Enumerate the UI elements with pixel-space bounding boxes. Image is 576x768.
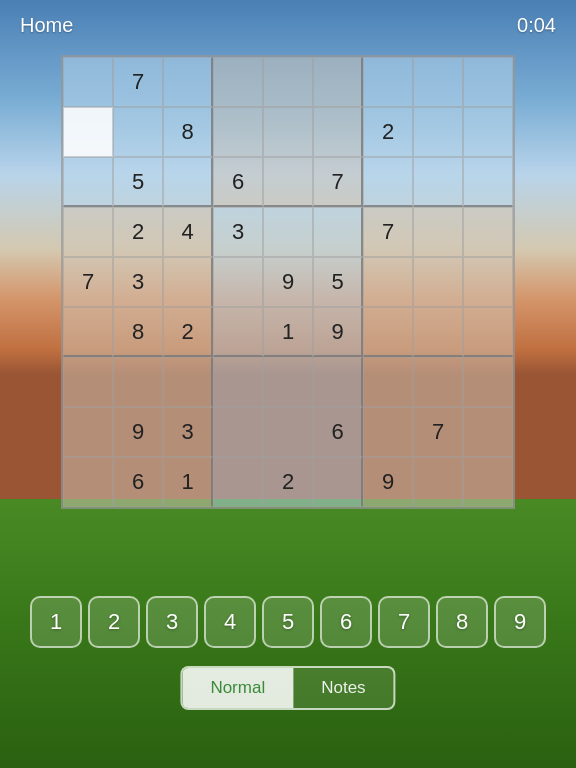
cell-5-7[interactable]	[413, 307, 463, 357]
cell-3-4[interactable]	[263, 207, 313, 257]
cell-8-1[interactable]: 6	[113, 457, 163, 507]
cell-4-3[interactable]	[213, 257, 263, 307]
cell-1-4[interactable]	[263, 107, 313, 157]
cell-1-0[interactable]	[63, 107, 113, 157]
cell-1-2[interactable]: 8	[163, 107, 213, 157]
num-button-7[interactable]: 7	[378, 596, 430, 648]
num-button-5[interactable]: 5	[262, 596, 314, 648]
cell-0-4[interactable]	[263, 57, 313, 107]
cell-0-2[interactable]	[163, 57, 213, 107]
cell-7-7[interactable]: 7	[413, 407, 463, 457]
cell-8-8[interactable]	[463, 457, 513, 507]
cell-5-5[interactable]: 9	[313, 307, 363, 357]
cell-0-3[interactable]	[213, 57, 263, 107]
cell-6-0[interactable]	[63, 357, 113, 407]
cell-2-6[interactable]	[363, 157, 413, 207]
cell-5-6[interactable]	[363, 307, 413, 357]
number-pad: 123456789	[30, 596, 546, 648]
cell-4-0[interactable]: 7	[63, 257, 113, 307]
cell-6-1[interactable]	[113, 357, 163, 407]
cell-7-5[interactable]: 6	[313, 407, 363, 457]
cell-4-8[interactable]	[463, 257, 513, 307]
cell-6-7[interactable]	[413, 357, 463, 407]
status-bar: Home 0:04	[0, 0, 576, 50]
cell-2-7[interactable]	[413, 157, 463, 207]
cell-2-1[interactable]: 5	[113, 157, 163, 207]
timer-display: 0:04	[517, 14, 556, 37]
cell-8-2[interactable]: 1	[163, 457, 213, 507]
cell-6-4[interactable]	[263, 357, 313, 407]
cell-8-6[interactable]: 9	[363, 457, 413, 507]
num-button-2[interactable]: 2	[88, 596, 140, 648]
cell-1-5[interactable]	[313, 107, 363, 157]
cell-0-0[interactable]	[63, 57, 113, 107]
cell-2-0[interactable]	[63, 157, 113, 207]
num-button-6[interactable]: 6	[320, 596, 372, 648]
cell-5-3[interactable]	[213, 307, 263, 357]
normal-mode-button[interactable]: Normal	[182, 668, 293, 708]
cell-6-6[interactable]	[363, 357, 413, 407]
cell-1-3[interactable]	[213, 107, 263, 157]
cell-7-8[interactable]	[463, 407, 513, 457]
cell-4-4[interactable]: 9	[263, 257, 313, 307]
cell-6-2[interactable]	[163, 357, 213, 407]
sudoku-grid: 78256724377395821993676129	[61, 55, 515, 509]
cell-6-5[interactable]	[313, 357, 363, 407]
num-button-3[interactable]: 3	[146, 596, 198, 648]
cell-0-1[interactable]: 7	[113, 57, 163, 107]
cell-0-5[interactable]	[313, 57, 363, 107]
cell-3-0[interactable]	[63, 207, 113, 257]
num-button-4[interactable]: 4	[204, 596, 256, 648]
num-button-8[interactable]: 8	[436, 596, 488, 648]
cell-4-5[interactable]: 5	[313, 257, 363, 307]
cell-5-1[interactable]: 8	[113, 307, 163, 357]
cell-3-1[interactable]: 2	[113, 207, 163, 257]
cell-8-0[interactable]	[63, 457, 113, 507]
cell-1-8[interactable]	[463, 107, 513, 157]
cell-4-7[interactable]	[413, 257, 463, 307]
cell-2-4[interactable]	[263, 157, 313, 207]
cell-3-7[interactable]	[413, 207, 463, 257]
cell-7-6[interactable]	[363, 407, 413, 457]
cell-7-1[interactable]: 9	[113, 407, 163, 457]
cell-2-5[interactable]: 7	[313, 157, 363, 207]
cell-4-6[interactable]	[363, 257, 413, 307]
cell-3-3[interactable]: 3	[213, 207, 263, 257]
cell-5-8[interactable]	[463, 307, 513, 357]
cell-5-4[interactable]: 1	[263, 307, 313, 357]
cell-8-4[interactable]: 2	[263, 457, 313, 507]
cell-7-4[interactable]	[263, 407, 313, 457]
cell-7-3[interactable]	[213, 407, 263, 457]
cell-3-5[interactable]	[313, 207, 363, 257]
cell-7-0[interactable]	[63, 407, 113, 457]
notes-mode-button[interactable]: Notes	[293, 668, 393, 708]
num-button-1[interactable]: 1	[30, 596, 82, 648]
cell-7-2[interactable]: 3	[163, 407, 213, 457]
cell-3-2[interactable]: 4	[163, 207, 213, 257]
cell-1-7[interactable]	[413, 107, 463, 157]
cell-1-1[interactable]	[113, 107, 163, 157]
home-button[interactable]: Home	[20, 14, 73, 37]
cell-4-2[interactable]	[163, 257, 213, 307]
cell-1-6[interactable]: 2	[363, 107, 413, 157]
cell-3-6[interactable]: 7	[363, 207, 413, 257]
cell-0-6[interactable]	[363, 57, 413, 107]
cell-8-7[interactable]	[413, 457, 463, 507]
cell-8-3[interactable]	[213, 457, 263, 507]
cell-6-8[interactable]	[463, 357, 513, 407]
mode-toggle: Normal Notes	[180, 666, 395, 710]
sudoku-grid-container: 78256724377395821993676129	[61, 55, 515, 509]
cell-5-0[interactable]	[63, 307, 113, 357]
cell-6-3[interactable]	[213, 357, 263, 407]
cell-2-8[interactable]	[463, 157, 513, 207]
cell-0-7[interactable]	[413, 57, 463, 107]
cell-2-2[interactable]	[163, 157, 213, 207]
num-button-9[interactable]: 9	[494, 596, 546, 648]
cell-3-8[interactable]	[463, 207, 513, 257]
cell-8-5[interactable]	[313, 457, 363, 507]
cell-5-2[interactable]: 2	[163, 307, 213, 357]
cell-2-3[interactable]: 6	[213, 157, 263, 207]
cell-4-1[interactable]: 3	[113, 257, 163, 307]
cell-0-8[interactable]	[463, 57, 513, 107]
